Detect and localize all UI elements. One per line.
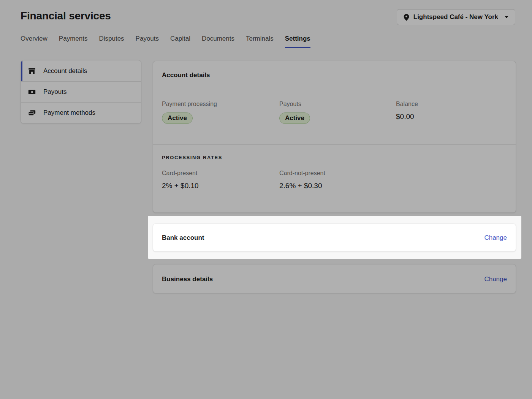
card-present-rate: Card-present 2% + $0.10 — [162, 170, 279, 190]
tab-overview[interactable]: Overview — [21, 35, 48, 48]
processing-rates-heading: PROCESSING RATES — [162, 155, 507, 160]
credit-cards-icon — [28, 109, 36, 117]
change-bank-account-link[interactable]: Change — [484, 234, 507, 242]
account-details-title: Account details — [153, 61, 516, 89]
card-not-present-rate: Card-not-present 2.6% + $0.30 — [279, 170, 507, 190]
change-business-details-link[interactable]: Change — [484, 276, 507, 283]
location-selector[interactable]: Lightspeed Café - New York — [397, 9, 515, 25]
bank-account-bar: Bank account Change — [153, 224, 516, 252]
business-details-card: Business details Change — [153, 264, 516, 293]
rates-grid: Card-present 2% + $0.10 Card-not-present… — [162, 170, 507, 190]
field-label: Card-present — [162, 170, 279, 177]
sidebar-item-label: Account details — [43, 67, 87, 75]
business-details-title: Business details — [162, 276, 213, 283]
rate-value: 2.6% + $0.30 — [279, 182, 507, 190]
payouts-status: Payouts Active — [279, 101, 396, 144]
settings-sidebar: Account details Payouts Payment methods — [21, 60, 141, 124]
tab-payouts[interactable]: Payouts — [136, 35, 159, 48]
banknote-icon — [28, 88, 36, 96]
tab-terminals[interactable]: Terminals — [246, 35, 274, 48]
balance-value: $0.00 — [396, 112, 507, 121]
payment-processing-status: Payment processing Active — [162, 101, 279, 144]
tab-payments[interactable]: Payments — [59, 35, 88, 48]
page-title: Financial services — [21, 10, 111, 22]
sidebar-item-label: Payouts — [43, 88, 66, 96]
status-badge: Active — [162, 112, 193, 124]
sidebar-item-account-details[interactable]: Account details — [21, 60, 141, 81]
caret-down-icon — [505, 16, 508, 18]
tab-documents[interactable]: Documents — [202, 35, 234, 48]
bank-account-card: Bank account Change — [153, 223, 516, 252]
account-status-row: Payment processing Active Payouts Active… — [153, 89, 516, 144]
field-label: Payment processing — [162, 101, 279, 108]
sidebar-item-payment-methods[interactable]: Payment methods — [21, 102, 141, 123]
tab-settings[interactable]: Settings — [285, 35, 310, 48]
location-label: Lightspeed Café - New York — [413, 13, 498, 21]
tab-capital[interactable]: Capital — [170, 35, 190, 48]
business-details-bar: Business details Change — [153, 264, 516, 294]
processing-rates-section: PROCESSING RATES Card-present 2% + $0.10… — [153, 144, 516, 213]
rate-value: 2% + $0.10 — [162, 182, 279, 190]
account-details-card: Account details Payment processing Activ… — [153, 61, 516, 213]
sidebar-item-payouts[interactable]: Payouts — [21, 81, 141, 102]
tab-bar: Overview Payments Disputes Payouts Capit… — [21, 35, 516, 48]
field-label: Payouts — [279, 101, 396, 108]
bank-account-title: Bank account — [162, 234, 204, 242]
balance: Balance $0.00 — [396, 101, 507, 144]
status-badge: Active — [279, 112, 310, 124]
field-label: Card-not-present — [279, 170, 507, 177]
field-label: Balance — [396, 101, 507, 108]
financial-services-page: Financial services Lightspeed Café - New… — [0, 0, 532, 399]
storefront-icon — [28, 67, 36, 75]
location-pin-icon — [404, 14, 409, 21]
tab-disputes[interactable]: Disputes — [99, 35, 124, 48]
sidebar-item-label: Payment methods — [43, 109, 95, 117]
